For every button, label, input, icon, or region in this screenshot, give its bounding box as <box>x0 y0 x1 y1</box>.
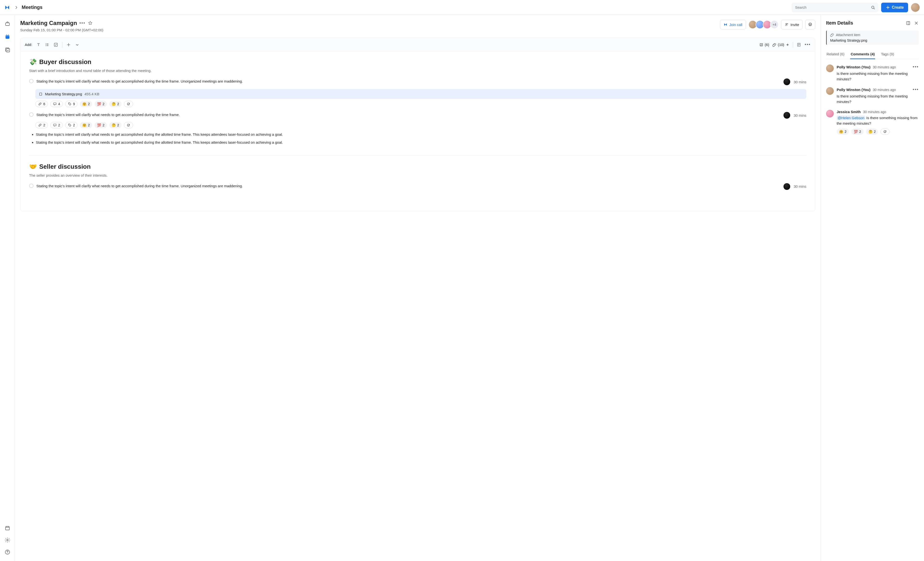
task-duration: 30 mins <box>794 184 806 189</box>
task-checkbox[interactable] <box>29 79 33 83</box>
comment-text: @Helen Gebson Is there something missing… <box>837 115 919 126</box>
chip-reaction[interactable]: 💯 2 <box>94 122 107 128</box>
chip-link[interactable]: 6 <box>35 101 48 107</box>
svg-rect-17 <box>54 43 57 46</box>
chip-comment[interactable]: 2 <box>50 122 63 128</box>
more-options-icon[interactable]: ••• <box>80 21 86 26</box>
comment-item: Jessica Smith 30 minutes ago @Helen Gebs… <box>826 110 919 126</box>
person-add-icon <box>784 22 789 27</box>
task-duration: 30 mins <box>794 113 806 117</box>
reaction-row: 🤗 2 💯 2 🤔 2 <box>837 129 919 135</box>
chip-reaction[interactable]: 🤗 2 <box>837 129 849 135</box>
user-avatar[interactable] <box>911 3 920 12</box>
invite-button[interactable]: Invite <box>781 20 803 29</box>
main-content: Marketing Campaign ••• Sunday Feb 15, 01… <box>15 15 820 561</box>
svg-point-16 <box>46 45 46 46</box>
search-wrap <box>792 3 878 12</box>
svg-point-4 <box>6 34 6 35</box>
toolbar-list-icon[interactable] <box>45 42 50 47</box>
chip-comment[interactable]: 4 <box>50 101 63 107</box>
attachment-size: 455.4 KB <box>84 92 99 96</box>
toolbar-add-icon[interactable] <box>66 42 71 47</box>
comment-avatar[interactable] <box>826 64 834 72</box>
comment-avatar[interactable] <box>826 87 834 95</box>
attachment-item[interactable]: Marketing Strategy.png 455.4 KB <box>35 89 806 99</box>
task-checkbox[interactable] <box>29 112 33 117</box>
sidebar-item-help[interactable] <box>4 549 10 555</box>
comment-text: Is there something missing from the meet… <box>837 94 919 105</box>
chip-reaction[interactable]: 💯 2 <box>851 129 864 135</box>
create-button[interactable]: Create <box>881 3 908 12</box>
sidebar-item-briefcase[interactable] <box>4 21 10 27</box>
toolbar-text-icon[interactable] <box>36 42 41 47</box>
assignee-avatar[interactable] <box>783 112 790 118</box>
mention[interactable]: @Helen Gebson <box>837 116 865 120</box>
chip-reaction[interactable]: 💯 2 <box>94 101 107 107</box>
chip-tag[interactable]: 9 <box>65 101 78 107</box>
chip-link[interactable]: 2 <box>35 122 48 128</box>
comment-icon <box>53 102 57 106</box>
sidebar-item-store[interactable] <box>4 525 10 531</box>
expand-icon[interactable] <box>906 21 910 26</box>
svg-point-9 <box>7 539 8 541</box>
task-text: Stating the topic's intent will clarify … <box>36 78 777 84</box>
comment-author: Polly Winston (You) <box>837 65 870 69</box>
chip-reaction[interactable]: 🤗 2 <box>80 101 92 107</box>
chip-reaction[interactable]: 🤗 2 <box>80 122 92 128</box>
sidebar-item-tasks[interactable] <box>4 47 10 53</box>
add-reaction-button[interactable] <box>880 129 890 135</box>
svg-point-11 <box>7 553 8 554</box>
chip-reaction[interactable]: 🤔 2 <box>109 122 122 128</box>
agenda-task[interactable]: Stating the topic's intent will clarify … <box>29 111 806 120</box>
page-title[interactable]: Meetings <box>22 4 43 10</box>
details-attachment-card[interactable]: Attachment item Marketing Strategy.png <box>826 31 919 45</box>
comment-menu-icon[interactable]: ••• <box>913 64 919 69</box>
chip-reaction[interactable]: 🤔 2 <box>866 129 878 135</box>
svg-rect-20 <box>39 93 42 95</box>
search-input[interactable] <box>792 3 878 12</box>
task-checkbox[interactable] <box>29 184 33 188</box>
add-reaction-icon <box>127 123 130 127</box>
star-icon[interactable] <box>88 21 93 26</box>
chip-reaction[interactable]: 🤔 2 <box>109 101 122 107</box>
chip-row: 6 4 9 🤗 2 💯 2 🤔 2 <box>35 101 806 107</box>
section-title: 💸 Buyer discussion <box>29 58 806 66</box>
assignee-avatar[interactable] <box>783 183 790 190</box>
search-icon <box>871 5 875 10</box>
tab-tags[interactable]: Tags (9) <box>880 50 894 59</box>
svg-point-22 <box>69 103 69 104</box>
sidebar-item-calendar[interactable] <box>4 34 10 40</box>
checkbox-icon <box>759 43 763 47</box>
add-attach-icon[interactable] <box>786 43 789 47</box>
bullet-list: Stating the topic's intent will clarify … <box>33 132 806 146</box>
details-panel: Item Details Attachment item Marketing S… <box>820 15 924 561</box>
toolbar-more-icon[interactable]: ••• <box>805 42 811 47</box>
join-call-button[interactable]: Join call <box>720 20 746 29</box>
toolbar-checkbox-icon[interactable] <box>53 42 58 47</box>
chat-button[interactable] <box>805 20 815 29</box>
svg-point-0 <box>872 6 874 8</box>
toolbar-notes-icon[interactable] <box>796 42 801 47</box>
chip-tag[interactable]: 2 <box>65 122 78 128</box>
toolbar-dropdown-icon[interactable] <box>75 42 80 47</box>
svg-point-27 <box>69 124 69 124</box>
tab-related[interactable]: Related (6) <box>826 50 845 59</box>
add-reaction-button[interactable] <box>124 101 133 107</box>
sidebar-item-settings[interactable] <box>4 537 10 543</box>
comment-avatar[interactable] <box>826 110 834 117</box>
close-icon[interactable] <box>914 21 919 26</box>
toolbar-attach-counter[interactable]: (10) <box>772 43 789 47</box>
toolbar-task-counter[interactable]: (6) <box>759 43 769 47</box>
assignee-avatar[interactable] <box>783 78 790 85</box>
link-icon <box>38 123 42 127</box>
tab-comments[interactable]: Comments (4) <box>850 50 875 59</box>
attendee-avatars: +4 <box>748 20 778 29</box>
app-logo[interactable] <box>3 4 11 11</box>
comment-menu-icon[interactable]: ••• <box>913 87 919 92</box>
agenda-task[interactable]: Stating the topic's intent will clarify … <box>29 182 806 191</box>
attendee-more[interactable]: +4 <box>770 20 778 29</box>
add-reaction-button[interactable] <box>124 122 133 128</box>
agenda-task[interactable]: Stating the topic's intent will clarify … <box>29 77 806 87</box>
svg-rect-18 <box>760 44 763 46</box>
agenda-body: 💸 Buyer discussion Start with a brief in… <box>21 51 815 211</box>
